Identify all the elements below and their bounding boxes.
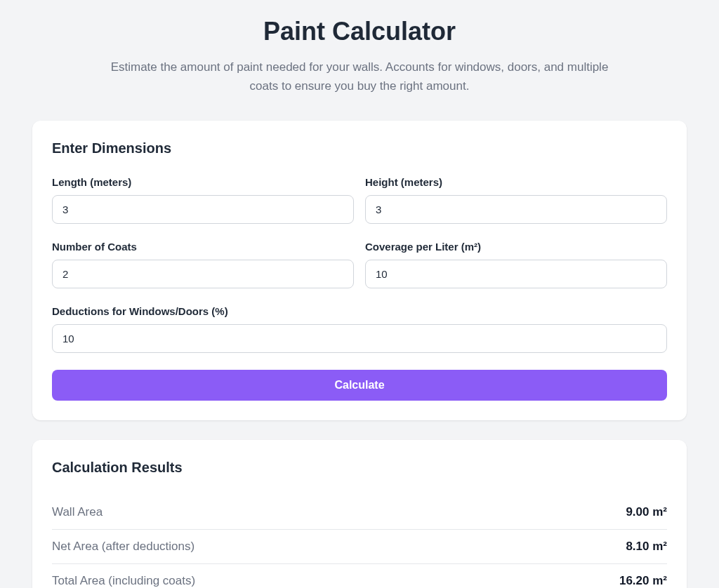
deductions-field[interactable]	[52, 324, 667, 353]
page-subtitle: Estimate the amount of paint needed for …	[107, 58, 612, 95]
coats-label: Number of Coats	[52, 241, 354, 253]
length-field[interactable]	[52, 195, 354, 224]
result-value: 16.20 m²	[619, 574, 667, 588]
result-value: 9.00 m²	[626, 505, 667, 519]
length-group: Length (meters)	[52, 176, 354, 224]
result-value: 8.10 m²	[626, 540, 667, 554]
height-label: Height (meters)	[365, 176, 667, 188]
length-label: Length (meters)	[52, 176, 354, 188]
coverage-label: Coverage per Liter (m²)	[365, 241, 667, 253]
form-grid: Length (meters) Height (meters) Number o…	[52, 176, 667, 353]
height-group: Height (meters)	[365, 176, 667, 224]
dimensions-card: Enter Dimensions Length (meters) Height …	[32, 121, 687, 420]
coverage-field[interactable]	[365, 260, 667, 288]
result-label: Wall Area	[52, 505, 103, 519]
page-title: Paint Calculator	[32, 17, 687, 46]
result-row-net-area: Net Area (after deductions) 8.10 m²	[52, 530, 667, 564]
deductions-group: Deductions for Windows/Doors (%)	[52, 305, 667, 353]
results-section-title: Calculation Results	[52, 460, 667, 476]
result-label: Net Area (after deductions)	[52, 540, 194, 554]
height-field[interactable]	[365, 195, 667, 224]
coats-group: Number of Coats	[52, 241, 354, 288]
result-label: Total Area (including coats)	[52, 574, 195, 588]
dimensions-section-title: Enter Dimensions	[52, 140, 667, 156]
deductions-label: Deductions for Windows/Doors (%)	[52, 305, 667, 317]
coats-field[interactable]	[52, 260, 354, 288]
coverage-group: Coverage per Liter (m²)	[365, 241, 667, 288]
result-row-wall-area: Wall Area 9.00 m²	[52, 495, 667, 530]
results-card: Calculation Results Wall Area 9.00 m² Ne…	[32, 440, 687, 588]
result-row-total-area: Total Area (including coats) 16.20 m²	[52, 564, 667, 588]
calculate-button[interactable]: Calculate	[52, 370, 667, 401]
